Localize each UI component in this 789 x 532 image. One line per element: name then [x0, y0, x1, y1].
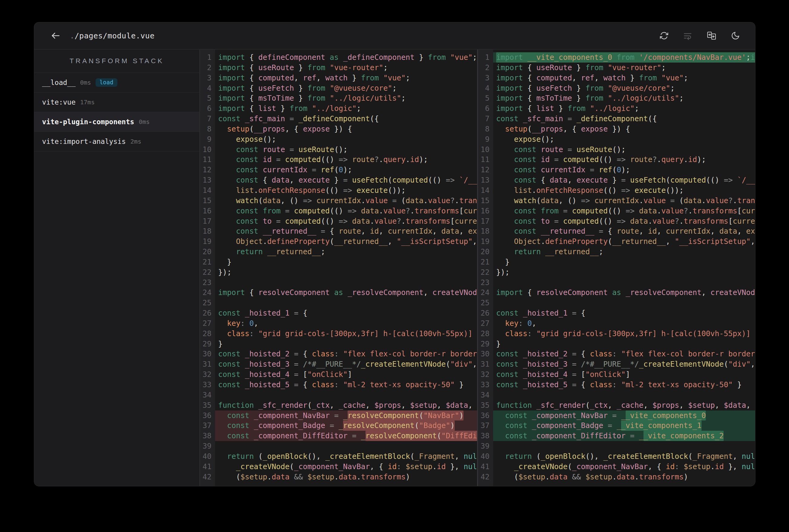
code-content — [493, 298, 755, 308]
diff-pane-right: 1import __vite_components_0 from '/compo… — [478, 50, 755, 486]
transform-stack-item[interactable]: vite:vue17ms — [34, 93, 199, 112]
code-content: watch(data, () => currentIdx.value = (da… — [493, 195, 755, 206]
code-line: 40 return (_openBlock(), _createElementB… — [478, 451, 755, 461]
code-line: 33const _hoisted_5 = { class: "ml-2 text… — [478, 380, 755, 390]
line-number: 35 — [478, 400, 493, 411]
code-content: const _hoisted_2 = { class: "flex flex-c… — [215, 349, 477, 359]
code-line: 11 const id = computed(() => route?.quer… — [478, 154, 755, 165]
line-number: 21 — [200, 257, 215, 267]
back-button[interactable] — [49, 29, 62, 42]
code-line: 2import { useRoute } from "vue-router"; — [478, 62, 755, 73]
line-number: 17 — [478, 216, 493, 226]
code-line: 15 watch(data, () => currentIdx.value = … — [200, 195, 477, 206]
transform-stack-item[interactable]: vite:import-analysis2ms — [34, 132, 199, 151]
line-number: 26 — [200, 308, 215, 318]
line-number: 8 — [200, 124, 215, 134]
line-number: 31 — [478, 359, 493, 369]
code-content: setup(__props, { expose }) { — [215, 124, 477, 134]
plugin-name: vite-plugin-components — [42, 118, 134, 126]
code-content: const to = computed(() => data.value?.tr… — [215, 216, 477, 226]
code-content: const _hoisted_1 = { — [215, 308, 477, 318]
code-line: 37 const _component_Badge = _resolveComp… — [200, 420, 477, 431]
line-number: 6 — [478, 103, 493, 114]
code-content: } — [215, 257, 477, 267]
code-content: const __returned__ = { route, id, curren… — [493, 226, 755, 236]
dark-mode-toggle-button[interactable] — [730, 30, 741, 41]
code-content: return __returned__; — [493, 247, 755, 257]
code-content: expose(); — [215, 134, 477, 145]
code-line: 2import { useRoute } from "vue-router"; — [200, 62, 477, 73]
vite-inspect-window: ./pages/module.vue TRANSFORM STACK — [34, 22, 755, 486]
code-line: 14 list.onFetchResponse(() => execute())… — [478, 185, 755, 195]
line-number: 37 — [200, 420, 215, 431]
code-content: const _hoisted_4 = ["onClick"] — [493, 369, 755, 380]
code-line: 35function _sfc_render(_ctx, _cache, $pr… — [200, 400, 477, 411]
diff-pane-left: 1import { defineComponent as _defineComp… — [200, 50, 477, 486]
code-line: 5import { msToTime } from "../logic/util… — [200, 93, 477, 103]
line-number: 13 — [478, 175, 493, 185]
transform-stack-sidebar: TRANSFORM STACK __load__0msloadvite:vue1… — [34, 50, 200, 486]
code-line: 19 Object.defineProperty(__returned__, "… — [200, 236, 477, 247]
line-number: 29 — [478, 339, 493, 349]
code-content: key: 0, — [215, 318, 477, 328]
line-number: 38 — [200, 431, 215, 441]
code-line: 16 const from = computed(() => data.valu… — [200, 206, 477, 216]
code-content: const id = computed(() => route?.query.i… — [215, 154, 477, 165]
code-content: const _hoisted_5 = { class: "ml-2 text-x… — [493, 380, 755, 390]
line-number: 7 — [200, 114, 215, 124]
line-number: 17 — [200, 216, 215, 226]
code-line: 39 — [200, 441, 477, 451]
code-line: 18 const __returned__ = { route, id, cur… — [200, 226, 477, 236]
line-number: 1 — [200, 52, 215, 62]
code-line: 40 return (_openBlock(), _createElementB… — [200, 451, 477, 461]
line-number: 24 — [478, 287, 493, 298]
code-line: 42 ($setup.data && $setup.data.transform… — [200, 472, 477, 482]
transform-stack-item[interactable]: __load__0msload — [34, 73, 199, 93]
line-number: 42 — [200, 472, 215, 482]
plugin-time: 0ms — [139, 118, 150, 126]
code-line: 28 class: "grid grid-cols-[300px,3fr] h-… — [478, 328, 755, 339]
transform-stack-item[interactable]: vite-plugin-components0ms — [34, 112, 199, 132]
line-number: 27 — [200, 318, 215, 328]
code-content: import { useRoute } from "vue-router"; — [215, 62, 477, 73]
line-number: 33 — [200, 380, 215, 390]
line-number: 12 — [478, 165, 493, 175]
code-content: const _component_Badge = _resolveCompone… — [215, 420, 477, 431]
refresh-button[interactable] — [658, 30, 670, 41]
arrow-left-icon — [51, 31, 61, 41]
code-content — [215, 441, 477, 451]
line-number: 30 — [200, 349, 215, 359]
code-content — [493, 441, 755, 451]
code-content: list.onFetchResponse(() => execute()); — [493, 185, 755, 195]
code-line: 6import { list } from "../logic"; — [200, 103, 477, 114]
line-number: 12 — [200, 165, 215, 175]
line-number: 2 — [200, 62, 215, 73]
line-number: 31 — [200, 359, 215, 369]
code-content: }); — [215, 267, 477, 278]
code-line: 7const _sfc_main = _defineComponent({ — [200, 114, 477, 124]
desktop-background: ./pages/module.vue TRANSFORM STACK — [0, 0, 789, 532]
code-line: 17 const to = computed(() => data.value?… — [478, 216, 755, 226]
code-line: 11 const id = computed(() => route?.quer… — [200, 154, 477, 165]
line-wrap-toggle-button[interactable] — [682, 30, 693, 41]
code-line: 10 const route = useRoute(); — [200, 145, 477, 155]
line-number: 21 — [478, 257, 493, 267]
code-line: 6import { list } from "../logic"; — [478, 103, 755, 114]
split-view-toggle-button[interactable] — [705, 30, 718, 42]
line-number: 19 — [478, 236, 493, 247]
code-line: 27 key: 0, — [478, 318, 755, 328]
line-number: 26 — [478, 308, 493, 318]
code-line: 25 — [200, 298, 477, 308]
code-content: watch(data, () => currentIdx.value = (da… — [215, 195, 477, 206]
code-content: key: 0, — [493, 318, 755, 328]
refresh-icon — [660, 31, 668, 40]
window-body: TRANSFORM STACK __load__0msloadvite:vue1… — [34, 50, 755, 486]
code-line: 13 const { data, execute } = useFetch(co… — [478, 175, 755, 185]
code-content: const route = useRoute(); — [493, 145, 755, 155]
code-line: 24import { resolveComponent as _resolveC… — [200, 287, 477, 298]
code-content: _createVNode(_component_NavBar, { id: $s… — [493, 461, 755, 472]
code-line: 5import { msToTime } from "../logic/util… — [478, 93, 755, 103]
moon-icon — [731, 31, 740, 40]
code-line: 20 return __returned__; — [478, 247, 755, 257]
code-content: import { computed, ref, watch } from "vu… — [215, 73, 477, 83]
